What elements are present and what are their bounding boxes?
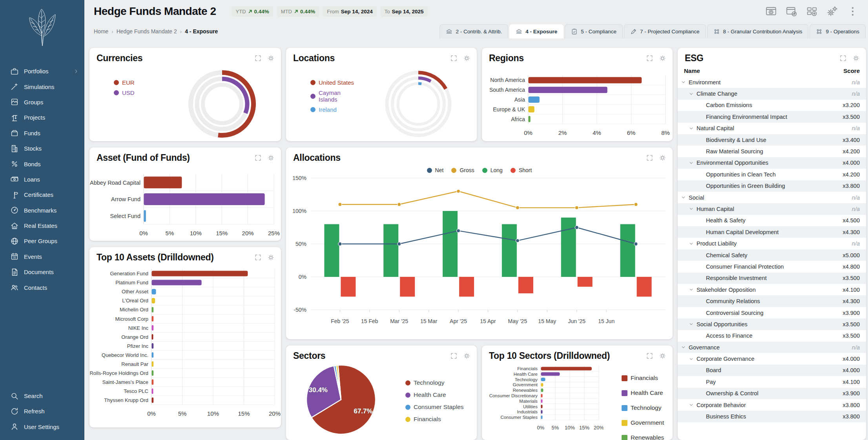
expand-icon[interactable] <box>254 55 262 62</box>
expand-icon[interactable] <box>254 254 262 261</box>
add-widget-icon[interactable] <box>806 5 818 17</box>
sidebar-item-real-estates[interactable]: Real Estates <box>0 218 84 233</box>
expand-icon[interactable] <box>646 352 653 360</box>
tab-2-contrib-attrib-[interactable]: 2 - Contrib. & Attrib. <box>439 24 508 38</box>
panel-settings-icon[interactable] <box>659 352 666 360</box>
legend-item-technology[interactable]: Technology <box>622 404 664 411</box>
allocations-combo-chart[interactable]: -50%0%50%100%150%Feb '2515 FebMar '2515 … <box>286 174 673 332</box>
panel-settings-icon[interactable] <box>852 55 860 62</box>
legend-item-health-care[interactable]: Health Care <box>405 391 464 398</box>
legend-item-financials[interactable]: Financials <box>622 375 664 382</box>
automation-gears-icon[interactable] <box>826 5 838 17</box>
locations-radial-chart[interactable] <box>359 66 477 140</box>
legend-item-consumer-staples[interactable]: Consumer Staples <box>405 404 464 411</box>
esg-row[interactable]: Boardx4.000 <box>678 365 866 376</box>
sidebar-item-certificates[interactable]: Certificates <box>0 187 84 202</box>
sidebar-item-funds[interactable]: Funds <box>0 125 84 141</box>
legend-item-ireland[interactable]: Ireland <box>310 106 359 113</box>
panel-settings-icon[interactable] <box>463 352 470 360</box>
regions-bar-chart[interactable]: 0%2%4%6%8%North AmericaSouth AmericaAsia… <box>482 66 673 140</box>
esg-row[interactable]: Social Opportunitiesx3.500 <box>678 318 866 330</box>
top-assets-bar-chart[interactable]: 0%5%10%15%20%Generation FundPlatinum Fun… <box>89 265 281 425</box>
legend-item-health-care[interactable]: Health Care <box>622 389 664 396</box>
esg-row[interactable]: Raw Material Sourcingx4.200 <box>678 145 866 157</box>
breadcrumb-item[interactable]: Home <box>94 28 108 35</box>
tab-4-exposure[interactable]: 4 - Exposure <box>509 24 563 38</box>
panel-settings-icon[interactable] <box>267 254 275 261</box>
legend-item-renewables[interactable]: Renewables <box>622 434 664 440</box>
sidebar-action-user-settings[interactable]: User Settings <box>0 419 84 435</box>
esg-row[interactable]: Business Ethicsx3.800 <box>678 411 866 422</box>
esg-row[interactable]: Opportunities in Clean Techx4.200 <box>678 169 866 180</box>
tab-8-granular-contribution-analysis[interactable]: 8 - Granular Contribution Analysis <box>707 24 809 38</box>
esg-row[interactable]: Community Relationsx4.300 <box>678 295 866 307</box>
esg-row[interactable]: Controversial Sourcingx3.900 <box>678 307 866 318</box>
legend-item-financials[interactable]: Financials <box>405 416 464 423</box>
esg-row[interactable]: Payx4.100 <box>678 376 866 387</box>
sidebar-item-portfolios[interactable]: Portfolios <box>0 64 84 79</box>
sidebar-item-loans[interactable]: Loans <box>0 172 84 187</box>
tab-7-projected-compliance[interactable]: 7 - Projected Compliance <box>624 24 706 38</box>
sidebar-item-peer-groups[interactable]: Peer Groups <box>0 233 84 249</box>
expand-icon[interactable] <box>254 154 262 162</box>
add-window-icon[interactable] <box>786 5 797 17</box>
tab-5-compliance[interactable]: 5 - Compliance <box>565 24 623 38</box>
esg-row[interactable]: Responsible Investmentx3.500 <box>678 273 866 284</box>
esg-row[interactable]: Chemical Safetyx5.000 <box>678 249 866 261</box>
sidebar-item-stocks[interactable]: Stocks <box>0 141 84 156</box>
sidebar-item-contacts[interactable]: Contacts <box>0 280 84 295</box>
esg-row[interactable]: Biodiversity & Land Usex3.400 <box>678 134 866 145</box>
esg-row[interactable]: Corporate Behaviorx3.800 <box>678 399 866 411</box>
panel-settings-icon[interactable] <box>463 55 470 62</box>
legend-item-government[interactable]: Government <box>622 419 664 426</box>
breadcrumb-item[interactable]: Hedge Funds Mandate 2 <box>117 28 177 35</box>
esg-row[interactable]: Environmentn/a <box>678 76 866 88</box>
legend-item-technology[interactable]: Technology <box>405 379 464 386</box>
sidebar-item-groups[interactable]: Groups <box>0 95 84 110</box>
sidebar-item-benchmarks[interactable]: Benchmarks <box>0 203 84 218</box>
legend-item-short[interactable]: Short <box>511 167 532 173</box>
esg-row[interactable]: Financing Environmental Impactx3.500 <box>678 111 866 122</box>
asset-fof-bar-chart[interactable]: 0%5%10%15%20%25%Abbey Road CapitalArrow … <box>89 165 281 239</box>
sidebar-item-projects[interactable]: Projects <box>0 110 84 125</box>
dashboard-settings-icon[interactable] <box>765 5 777 17</box>
esg-row[interactable]: Stakeholder Oppositionx4.100 <box>678 284 866 295</box>
esg-row[interactable]: Environmental Opportunitiesx4.000 <box>678 157 866 169</box>
sidebar-item-events[interactable]: 31Events <box>0 249 84 264</box>
sidebar-action-search[interactable]: Search <box>0 388 84 404</box>
panel-settings-icon[interactable] <box>659 154 666 162</box>
panel-settings-icon[interactable] <box>267 154 275 162</box>
esg-row[interactable]: Human Capitaln/a <box>678 203 866 215</box>
esg-row[interactable]: Human Capital Developmentx4.300 <box>678 226 866 238</box>
esg-row[interactable]: Opportunities in Green Buildingx3.800 <box>678 180 866 192</box>
esg-row[interactable]: Ownership & Controlx3.900 <box>678 388 866 399</box>
esg-row[interactable]: Corporate Governancex4.000 <box>678 353 866 364</box>
top-sectors-bar-chart[interactable]: 0%5%10%15%20%FinancialsHealth CareTechno… <box>482 364 604 437</box>
esg-row[interactable]: Natural Capitaln/a <box>678 123 866 134</box>
esg-row[interactable]: Health & Safetyx4.500 <box>678 215 866 226</box>
sidebar-item-bonds[interactable]: Bonds <box>0 156 84 171</box>
sidebar-item-documents[interactable]: Documents <box>0 264 84 280</box>
panel-settings-icon[interactable] <box>659 55 666 62</box>
esg-row[interactable]: Consumer Financial Protectionx4.800 <box>678 261 866 272</box>
expand-icon[interactable] <box>450 55 458 62</box>
sidebar-action-refresh[interactable]: Refresh <box>0 404 84 419</box>
legend-item-eur[interactable]: EUR <box>114 79 163 86</box>
legend-item-long[interactable]: Long <box>482 167 503 173</box>
more-menu-icon[interactable] <box>847 5 859 17</box>
currencies-radial-chart[interactable] <box>163 66 281 140</box>
legend-item-united-states[interactable]: United States <box>310 79 359 86</box>
expand-icon[interactable] <box>450 352 458 360</box>
sidebar-item-simulations[interactable]: Simulations <box>0 79 84 94</box>
expand-icon[interactable] <box>646 154 653 162</box>
expand-icon[interactable] <box>646 55 653 62</box>
legend-item-net[interactable]: Net <box>427 167 444 173</box>
esg-row[interactable]: Product Liabilityn/a <box>678 238 866 249</box>
from-date-chip[interactable]: From Sep 14, 2024 <box>323 6 376 17</box>
legend-item-cayman-islands[interactable]: Cayman Islands <box>310 89 359 103</box>
esg-row[interactable]: Socialn/a <box>678 192 866 203</box>
legend-item-gross[interactable]: Gross <box>451 167 474 173</box>
expand-icon[interactable] <box>839 55 847 62</box>
esg-row[interactable]: Governancen/a <box>678 342 866 353</box>
panel-settings-icon[interactable] <box>267 55 275 62</box>
